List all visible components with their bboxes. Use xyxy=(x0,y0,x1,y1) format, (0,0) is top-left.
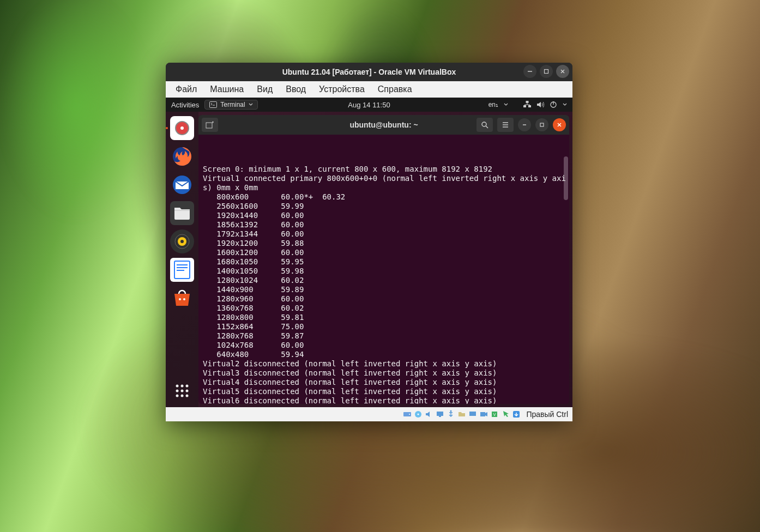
terminal-scrollbar[interactable] xyxy=(564,156,568,200)
svg-point-25 xyxy=(181,385,184,388)
terminal-output[interactable]: Screen 0: minimum 1 x 1, current 800 x 6… xyxy=(198,135,569,404)
svg-point-49 xyxy=(450,410,452,412)
svg-text:V: V xyxy=(493,413,496,416)
svg-rect-50 xyxy=(469,412,476,416)
volume-icon[interactable] xyxy=(536,101,544,108)
terminal-window: ubuntu@ubuntu: ~ xyxy=(198,115,569,404)
svg-line-35 xyxy=(486,126,488,128)
search-icon xyxy=(481,121,488,129)
vbox-recording-icon[interactable] xyxy=(479,410,488,419)
vbox-audio-icon[interactable] xyxy=(425,410,433,419)
svg-rect-4 xyxy=(210,102,217,108)
terminal-maximize-button[interactable] xyxy=(535,118,548,131)
dock-app-thunderbird[interactable] xyxy=(170,173,194,197)
close-icon xyxy=(557,122,562,128)
dock-app-software[interactable] xyxy=(170,286,194,310)
vbox-statusbar: V Правый Ctrl xyxy=(166,407,572,421)
new-tab-icon xyxy=(206,121,214,129)
speaker-icon xyxy=(174,233,190,250)
vbox-menu-machine[interactable]: Машина xyxy=(204,82,249,96)
svg-rect-7 xyxy=(526,101,529,103)
vbox-menu-view[interactable]: Вид xyxy=(251,82,278,96)
ubuntu-dock xyxy=(166,112,198,407)
minimize-icon xyxy=(522,122,527,128)
new-tab-button[interactable] xyxy=(202,118,218,132)
svg-point-27 xyxy=(176,390,179,392)
terminal-menu-button[interactable] xyxy=(497,118,514,132)
terminal-titlebar[interactable]: ubuntu@ubuntu: ~ xyxy=(198,115,569,135)
clock[interactable]: Aug 14 11:50 xyxy=(348,101,390,109)
dock-app-writer[interactable] xyxy=(170,258,194,282)
close-icon xyxy=(560,69,565,74)
disks-icon xyxy=(174,120,190,136)
terminal-close-button[interactable] xyxy=(553,118,566,131)
svg-rect-19 xyxy=(177,264,188,265)
svg-point-31 xyxy=(181,395,184,397)
dock-app-rhythmbox[interactable] xyxy=(170,229,194,253)
activities-button[interactable]: Activities xyxy=(171,101,199,109)
svg-rect-47 xyxy=(437,412,443,416)
vbox-shared-folder-icon[interactable] xyxy=(457,410,466,419)
folder-icon xyxy=(173,205,191,221)
chevron-down-icon xyxy=(249,102,253,107)
svg-rect-5 xyxy=(523,105,526,107)
svg-point-32 xyxy=(186,395,189,397)
maximize-icon xyxy=(539,122,545,128)
vbox-minimize-button[interactable] xyxy=(523,65,536,78)
vbox-optical-icon[interactable] xyxy=(414,410,423,419)
vbox-title: Ubuntu 21.04 [Работает] - Oracle VM Virt… xyxy=(282,68,456,76)
hamburger-icon xyxy=(502,121,509,129)
app-menu[interactable]: Terminal xyxy=(204,100,257,110)
vbox-menu-help[interactable]: Справка xyxy=(372,82,418,96)
svg-rect-51 xyxy=(480,412,485,416)
virtualbox-window: Ubuntu 21.04 [Работает] - Oracle VM Virt… xyxy=(166,63,572,421)
gnome-topbar: Activities Terminal Aug 14 11:50 en₁ xyxy=(166,98,572,112)
vbox-menu-input[interactable]: Ввод xyxy=(280,82,311,96)
terminal-minimize-button[interactable] xyxy=(518,118,531,131)
svg-rect-33 xyxy=(206,123,212,128)
shopping-bag-icon xyxy=(171,288,193,308)
svg-point-28 xyxy=(181,390,184,392)
vbox-usb-icon[interactable] xyxy=(447,410,455,419)
dock-app-firefox[interactable] xyxy=(170,144,194,168)
dock-show-apps[interactable] xyxy=(170,379,194,403)
keyboard-layout[interactable]: en₁ xyxy=(488,101,498,108)
svg-rect-40 xyxy=(540,123,544,126)
vbox-maximize-button[interactable] xyxy=(540,65,553,78)
svg-point-12 xyxy=(180,126,184,130)
vbox-close-button[interactable] xyxy=(556,65,569,78)
chevron-down-icon xyxy=(504,102,508,107)
svg-rect-20 xyxy=(177,267,188,268)
svg-point-17 xyxy=(180,240,184,243)
svg-point-26 xyxy=(186,385,189,388)
vbox-hostkey-icon[interactable] xyxy=(512,410,521,419)
vbox-cpu-icon[interactable]: V xyxy=(490,410,499,419)
network-icon[interactable] xyxy=(523,101,531,108)
vbox-menu-devices[interactable]: Устройства xyxy=(313,82,370,96)
svg-point-23 xyxy=(183,298,185,300)
vbox-menu-file[interactable]: Файл xyxy=(170,82,202,96)
svg-point-30 xyxy=(176,395,179,397)
vbox-mouse-icon[interactable] xyxy=(501,410,510,419)
guest-screen: Activities Terminal Aug 14 11:50 en₁ xyxy=(166,98,572,407)
terminal-search-button[interactable] xyxy=(476,118,493,132)
power-icon[interactable] xyxy=(550,101,557,108)
vbox-display-icon[interactable] xyxy=(468,410,477,419)
svg-point-44 xyxy=(409,414,410,415)
svg-rect-21 xyxy=(177,270,184,271)
vbox-titlebar[interactable]: Ubuntu 21.04 [Работает] - Oracle VM Virt… xyxy=(166,63,572,81)
vbox-menubar: Файл Машина Вид Ввод Устройства Справка xyxy=(166,81,572,98)
svg-point-46 xyxy=(418,414,419,415)
apps-grid-icon xyxy=(174,383,190,398)
minimize-icon xyxy=(527,69,533,74)
dock-app-files[interactable] xyxy=(170,201,194,225)
firefox-icon xyxy=(171,146,193,167)
svg-rect-6 xyxy=(528,105,531,107)
vbox-hdd-icon[interactable] xyxy=(403,410,412,419)
terminal-title: ubuntu@ubuntu: ~ xyxy=(349,120,418,129)
dock-app-disks[interactable] xyxy=(170,116,194,140)
vbox-network-icon[interactable] xyxy=(436,410,444,419)
chevron-down-icon xyxy=(563,102,567,107)
svg-rect-1 xyxy=(545,70,548,74)
thunderbird-icon xyxy=(171,174,193,196)
